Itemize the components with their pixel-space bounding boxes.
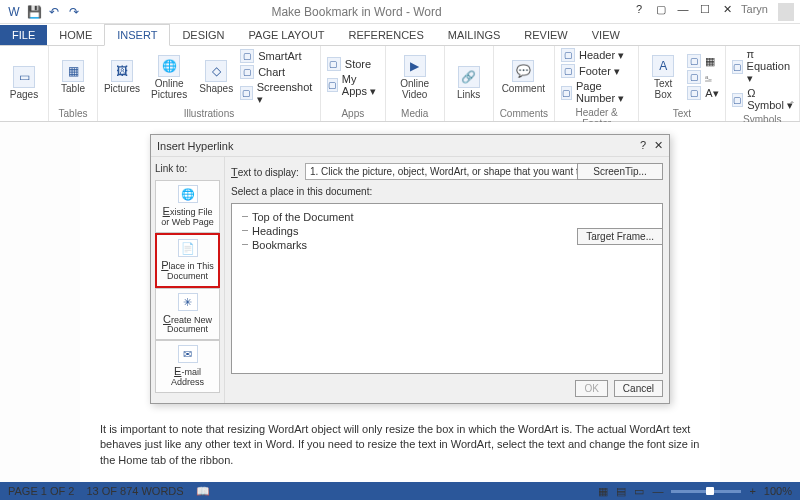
linkto-place-button[interactable]: 📄Place in ThisDocument	[155, 233, 220, 288]
pictures-button[interactable]: 🖼Pictures	[104, 58, 140, 96]
zoom-slider[interactable]	[671, 490, 741, 493]
group-label: Tables	[55, 106, 91, 119]
group-label: Comments	[500, 106, 548, 119]
cancel-button[interactable]: Cancel	[614, 380, 663, 397]
view-print-icon[interactable]: ▦	[598, 485, 608, 498]
comment-button[interactable]: 💬Comment	[500, 58, 547, 96]
dialog-help-icon[interactable]: ?	[640, 139, 646, 152]
window-title: Make Bookmark in Word - Word	[88, 5, 625, 19]
dialog-title: Insert Hyperlink	[157, 140, 233, 152]
linkto-existing-button[interactable]: 🌐Existing Fileor Web Page	[155, 180, 220, 233]
place-icon: 📄	[178, 239, 198, 257]
redo-icon[interactable]: ↷	[66, 4, 82, 20]
tab-mailings[interactable]: MAILINGS	[436, 25, 513, 45]
text-to-display-label: Text to display:	[231, 166, 299, 178]
tab-review[interactable]: REVIEW	[512, 25, 579, 45]
online-video-icon: ▶	[404, 55, 426, 77]
links-icon: 🔗	[458, 66, 480, 88]
links-button[interactable]: 🔗Links	[451, 64, 487, 102]
comment-icon: 💬	[512, 60, 534, 82]
avatar[interactable]	[778, 3, 794, 21]
group-label: Text	[645, 106, 718, 119]
create-icon: ✳	[178, 293, 198, 311]
pictures-icon: 🖼	[111, 60, 133, 82]
header--button[interactable]: ▢Header ▾	[561, 48, 632, 62]
maximize-icon[interactable]: ☐	[697, 3, 713, 21]
--button[interactable]: ▢⎁	[687, 70, 718, 84]
status-page[interactable]: PAGE 1 OF 2	[8, 485, 74, 497]
undo-icon[interactable]: ↶	[46, 4, 62, 20]
table-button[interactable]: ▦Table	[55, 58, 91, 96]
group-label	[451, 117, 487, 119]
zoom-level[interactable]: 100%	[764, 485, 792, 497]
existing-icon: 🌐	[178, 185, 198, 203]
text-box-icon: A	[652, 55, 674, 77]
save-icon[interactable]: 💾	[26, 4, 42, 20]
text-box-button[interactable]: AText Box	[645, 53, 681, 102]
table-icon: ▦	[62, 60, 84, 82]
chart-button[interactable]: ▢Chart	[240, 65, 314, 79]
view-web-icon[interactable]: ▭	[634, 485, 644, 498]
body-paragraph: It is important to note that resizing Wo…	[100, 422, 700, 468]
screentip-button[interactable]: ScreenTip...	[577, 163, 663, 180]
group-label	[6, 117, 42, 119]
tab-design[interactable]: DESIGN	[170, 25, 236, 45]
insert-hyperlink-dialog: Insert Hyperlink ? ✕ Link to: 🌐Existing …	[150, 134, 670, 404]
group-label: Media	[392, 106, 438, 119]
ok-button[interactable]: OK	[575, 380, 607, 397]
shapes-button[interactable]: ◇Shapes	[198, 58, 234, 96]
group-label: Apps	[327, 106, 379, 119]
ribbon-options-icon[interactable]: ▢	[653, 3, 669, 21]
link-to-label: Link to:	[155, 161, 220, 176]
minimize-icon[interactable]: —	[675, 3, 691, 21]
tab-page-layout[interactable]: PAGE LAYOUT	[237, 25, 337, 45]
zoom-in-icon[interactable]: +	[749, 485, 755, 497]
collapse-ribbon-icon[interactable]: ˆ	[790, 100, 794, 112]
my-apps--button[interactable]: ▢My Apps ▾	[327, 73, 379, 98]
-equation--button[interactable]: ▢π Equation ▾	[732, 48, 793, 85]
tab-file[interactable]: FILE	[0, 25, 47, 45]
linkto-email-button[interactable]: ✉E-mailAddress	[155, 340, 220, 393]
smartart-button[interactable]: ▢SmartArt	[240, 49, 314, 63]
spellcheck-icon[interactable]: 📖	[196, 485, 210, 498]
tab-view[interactable]: VIEW	[580, 25, 632, 45]
online-video-button[interactable]: ▶Online Video	[392, 53, 438, 102]
linkto-create-button[interactable]: ✳Create NewDocument	[155, 288, 220, 341]
online-pictures-icon: 🌐	[158, 55, 180, 77]
a--button[interactable]: ▢A▾	[687, 86, 718, 100]
word-icon: W	[6, 4, 22, 20]
email-icon: ✉	[178, 345, 198, 363]
close-icon[interactable]: ✕	[719, 3, 735, 21]
tab-references[interactable]: REFERENCES	[337, 25, 436, 45]
pages-button[interactable]: ▭Pages	[6, 64, 42, 102]
page-number--button[interactable]: ▢Page Number ▾	[561, 80, 632, 105]
target-frame-button[interactable]: Target Frame...	[577, 228, 663, 245]
group-label: Illustrations	[104, 106, 314, 119]
screenshot--button[interactable]: ▢Screenshot ▾	[240, 81, 314, 106]
pages-icon: ▭	[13, 66, 35, 88]
help-icon[interactable]: ?	[631, 3, 647, 21]
tab-home[interactable]: HOME	[47, 25, 104, 45]
-symbol--button[interactable]: ▢Ω Symbol ▾	[732, 87, 793, 112]
footer--button[interactable]: ▢Footer ▾	[561, 64, 632, 78]
online-pictures-button[interactable]: 🌐Online Pictures	[146, 53, 192, 102]
--button[interactable]: ▢▦	[687, 54, 718, 68]
zoom-out-icon[interactable]: —	[652, 485, 663, 497]
shapes-icon: ◇	[205, 60, 227, 82]
status-words[interactable]: 13 OF 874 WORDS	[86, 485, 183, 497]
view-read-icon[interactable]: ▤	[616, 485, 626, 498]
dialog-close-icon[interactable]: ✕	[654, 139, 663, 152]
store-button[interactable]: ▢Store	[327, 57, 379, 71]
user-name[interactable]: Taryn	[741, 3, 768, 21]
tab-insert[interactable]: INSERT	[104, 24, 170, 46]
